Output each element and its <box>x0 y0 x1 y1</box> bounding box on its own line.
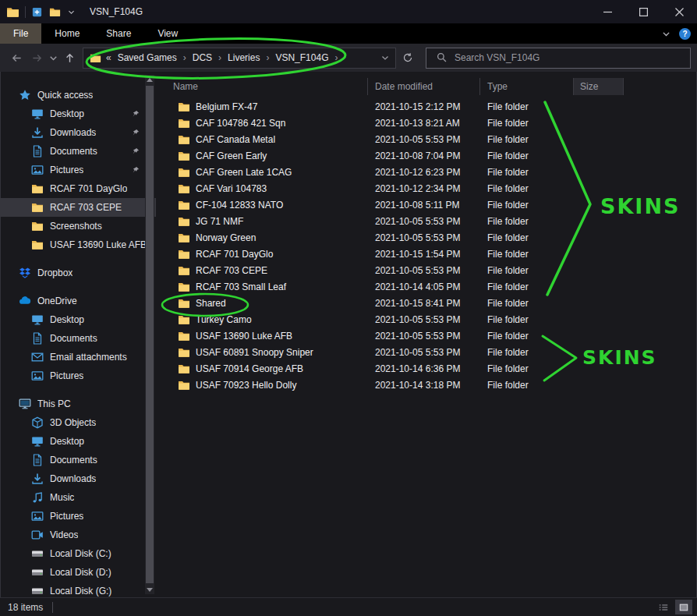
file-row-rcaf-703-cepe[interactable]: RCAF 703 CEPE2021-10-05 5:53 PMFile fold… <box>156 262 697 278</box>
sidebar-item-pictures[interactable]: Pictures <box>0 366 156 385</box>
file-name-cell: Shared <box>156 297 368 310</box>
sidebar-scrollbar[interactable] <box>145 75 154 594</box>
back-button[interactable] <box>6 48 27 68</box>
sidebar-item-this-pc[interactable]: This PC <box>0 395 156 413</box>
help-icon[interactable]: ? <box>679 28 691 40</box>
sidebar-item-usaf-13690-luke-afb[interactable]: USAF 13690 Luke AFB <box>0 235 156 254</box>
sidebar-item-dropbox[interactable]: Dropbox <box>0 264 156 282</box>
recent-locations-chevron-icon[interactable] <box>47 48 59 68</box>
file-row-norway-green[interactable]: Norway Green2021-10-05 5:53 PMFile folde… <box>156 229 697 246</box>
file-type: File folder <box>480 150 574 161</box>
titlebar: VSN_F104G <box>0 0 697 23</box>
sidebar-item-documents[interactable]: Documents <box>0 451 156 469</box>
sidebar-item-label: Pictures <box>50 165 83 175</box>
sidebar-item-local-disk-d[interactable]: Local Disk (D:) <box>0 563 156 582</box>
file-row-usaf-70923-hello-dolly[interactable]: USAF 70923 Hello Dolly2021-10-14 3:18 PM… <box>156 377 697 393</box>
ribbon-expand-chevron-icon[interactable] <box>661 29 671 39</box>
sidebar-item-label: USAF 13690 Luke AFB <box>50 239 147 250</box>
sidebar-item-screenshots[interactable]: Screenshots <box>0 217 156 235</box>
refresh-button[interactable] <box>398 48 418 68</box>
sidebar-item-email-attachments[interactable]: Email attachments <box>0 348 156 366</box>
file-row-rcaf-703-small-leaf[interactable]: RCAF 703 Small Leaf2021-10-14 4:05 PMFil… <box>156 278 697 295</box>
sidebar-item-3d-objects[interactable]: 3D Objects <box>0 413 156 432</box>
file-row-caf-canada-metal[interactable]: CAF Canada Metal2021-10-05 5:53 PMFile f… <box>156 131 697 147</box>
forward-button[interactable] <box>27 48 47 68</box>
breadcrumb-segment-vsn-f104g[interactable]: VSN_F104G <box>274 52 330 63</box>
close-button[interactable] <box>661 0 697 23</box>
file-type: File folder <box>480 101 574 112</box>
tab-view[interactable]: View <box>144 23 191 44</box>
breadcrumb-chevron-icon[interactable]: › <box>214 52 226 63</box>
address-bar[interactable]: « Saved Games›DCS›Liveries›VSN_F104G› <box>83 48 396 69</box>
sidebar-item-videos[interactable]: Videos <box>0 526 156 544</box>
qat-chevron-down-icon[interactable] <box>67 8 76 16</box>
sidebar-item-pictures[interactable]: Pictures <box>0 161 156 179</box>
sidebar-item-label: Pictures <box>50 370 83 381</box>
file-row-belgium-fx-47[interactable]: Belgium FX-472021-10-15 2:12 PMFile fold… <box>156 98 697 115</box>
breadcrumb-chevron-icon[interactable]: › <box>330 52 342 63</box>
tab-home[interactable]: Home <box>41 23 93 44</box>
scroll-up-icon[interactable] <box>145 75 154 84</box>
music-icon <box>31 491 44 504</box>
file-row-cf-104-12833-nato[interactable]: CF-104 12833 NATO2021-10-08 5:11 PMFile … <box>156 196 697 213</box>
file-row-usaf-60891-snoopy-sniper[interactable]: USAF 60891 Snoopy Sniper2021-10-05 5:53 … <box>156 344 697 360</box>
sidebar-item-onedrive[interactable]: OneDrive <box>0 292 156 310</box>
file-row-jg-71-nmf[interactable]: JG 71 NMF2021-10-05 5:53 PMFile folder <box>156 213 697 229</box>
file-name: USAF 70914 George AFB <box>196 363 303 374</box>
file-row-caf-green-early[interactable]: CAF Green Early2021-10-08 7:04 PMFile fo… <box>156 147 697 164</box>
sidebar-item-downloads[interactable]: Downloads <box>0 123 156 142</box>
file-row-caf-green-late-1cag[interactable]: CAF Green Late 1CAG2021-10-12 6:23 PMFil… <box>156 164 697 180</box>
breadcrumb-chevron-icon[interactable]: › <box>179 52 191 63</box>
qat-new-folder-icon[interactable] <box>49 6 61 18</box>
window-controls <box>589 0 697 23</box>
file-row-turkey-camo[interactable]: Turkey Camo2021-10-05 5:53 PMFile folder <box>156 311 697 327</box>
breadcrumb-segment-liveries[interactable]: Liveries <box>226 52 261 63</box>
breadcrumb-overflow[interactable]: « <box>106 52 111 63</box>
column-header-size[interactable]: Size <box>574 78 624 95</box>
search-input[interactable] <box>426 48 690 69</box>
sidebar-item-downloads[interactable]: Downloads <box>0 469 156 488</box>
column-header-name[interactable]: Name <box>156 78 368 95</box>
sidebar-item-pictures[interactable]: Pictures <box>0 507 156 526</box>
maximize-button[interactable] <box>625 0 661 23</box>
onedrive-icon <box>19 295 31 307</box>
sidebar-item-music[interactable]: Music <box>0 488 156 507</box>
up-button[interactable] <box>59 48 80 68</box>
tab-file[interactable]: File <box>0 23 41 44</box>
scrollbar-thumb[interactable] <box>146 86 154 583</box>
sidebar-item-documents[interactable]: Documents <box>0 142 156 161</box>
file-name: RCAF 703 CEPE <box>196 265 267 276</box>
breadcrumb-segment-dcs[interactable]: DCS <box>191 52 214 63</box>
file-row-rcaf-701-dayglo[interactable]: RCAF 701 DayGlo2021-10-15 1:54 PMFile fo… <box>156 246 697 262</box>
column-header-type[interactable]: Type <box>480 78 574 95</box>
file-row-usaf-13690-luke-afb[interactable]: USAF 13690 Luke AFB2021-10-05 5:53 PMFil… <box>156 327 697 344</box>
sidebar-item-rcaf-701-dayglo[interactable]: RCAF 701 DayGlo <box>0 179 156 198</box>
thumbnail-view-icon[interactable] <box>675 600 692 614</box>
folder-icon <box>178 199 190 211</box>
minimize-button[interactable] <box>589 0 625 23</box>
sidebar-item-documents[interactable]: Documents <box>0 329 156 348</box>
file-date-modified: 2021-10-08 5:11 PM <box>368 200 480 211</box>
sidebar-item-desktop[interactable]: Desktop <box>0 310 156 329</box>
file-row-caf-vari-104783[interactable]: CAF Vari 1047832021-10-12 2:34 PMFile fo… <box>156 180 697 196</box>
scroll-down-icon[interactable] <box>145 585 154 594</box>
sidebar-item-local-disk-c[interactable]: Local Disk (C:) <box>0 544 156 563</box>
details-view-icon[interactable] <box>655 600 672 614</box>
sidebar-item-rcaf-703-cepe[interactable]: RCAF 703 CEPE <box>0 198 156 217</box>
column-header-date-modified[interactable]: Date modified <box>368 78 480 95</box>
address-dropdown-chevron-icon[interactable] <box>380 52 391 63</box>
file-row-caf-104786-421-sqn[interactable]: CAF 104786 421 Sqn2021-10-13 8:21 AMFile… <box>156 115 697 131</box>
tab-share[interactable]: Share <box>93 23 144 44</box>
sidebar-item-quick-access[interactable]: Quick access <box>0 86 156 104</box>
qat-properties-icon[interactable] <box>31 6 43 18</box>
file-name-cell: USAF 13690 Luke AFB <box>156 330 368 342</box>
file-row-shared[interactable]: Shared2021-10-15 8:41 PMFile folder <box>156 295 697 311</box>
breadcrumb-chevron-icon[interactable]: › <box>261 52 274 63</box>
sidebar-item-desktop[interactable]: Desktop <box>0 104 156 123</box>
breadcrumb-segment-saved-games[interactable]: Saved Games <box>116 52 179 63</box>
file-type: File folder <box>480 347 574 358</box>
search-icon <box>436 51 448 63</box>
ribbon-tab-bar: File Home Share View ? <box>0 23 697 44</box>
sidebar-item-desktop[interactable]: Desktop <box>0 432 156 451</box>
file-row-usaf-70914-george-afb[interactable]: USAF 70914 George AFB2021-10-14 6:36 PMF… <box>156 360 697 377</box>
